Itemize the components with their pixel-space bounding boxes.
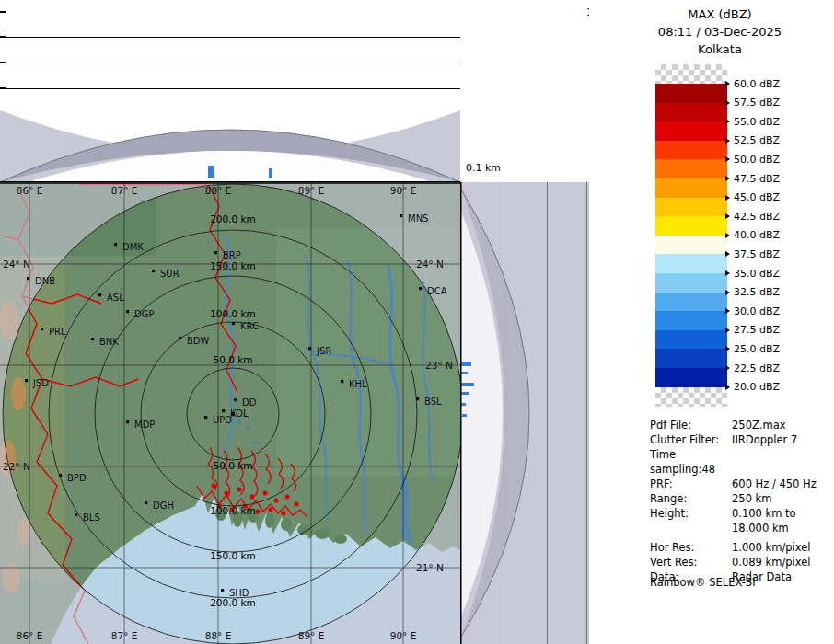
tick-marker-icon (725, 346, 730, 351)
tick-marker-icon (725, 251, 730, 257)
legend-threshold-label: 50.0 dBZ (734, 154, 780, 166)
info-value: 600 Hz / 450 Hz (732, 477, 830, 491)
legend-threshold-label: 32.5 dBZ (734, 286, 780, 298)
city-dot (416, 397, 419, 400)
city-label: SHD (229, 588, 249, 598)
software-credit: Rainbow® SELEX-SI (650, 576, 756, 589)
info-row: Time sampling:48 (650, 447, 830, 477)
legend-threshold-label: 45.0 dBZ (734, 191, 780, 203)
longitude-label: 88° E (205, 185, 232, 196)
city-dot (41, 328, 43, 330)
tick-marker-icon (725, 176, 730, 181)
legend-label-row: 27.5 dBZ (725, 323, 780, 338)
title-block: MAX (dBZ) 08:11 / 03-Dec-2025 Kolkata (609, 6, 830, 58)
city-dot (419, 287, 422, 290)
city-label: JSD (32, 378, 49, 388)
info-value: 18.000 km (732, 521, 830, 535)
reflectivity-legend: 60.0 dBZ57.5 dBZ55.0 dBZ52.5 dBZ50.0 dBZ… (655, 64, 830, 408)
info-value: 250 km (732, 491, 830, 506)
city-dot (59, 474, 62, 477)
tick-marker-icon (725, 81, 730, 86)
info-label: Clutter Filter: (650, 432, 732, 447)
info-value: IIRDoppler 7 (732, 432, 830, 447)
legend-label-row: 60.0 dBZ (725, 76, 780, 91)
range-ring-label: 150.0 km (210, 550, 256, 561)
range-ring-label: 150.0 km (210, 260, 256, 271)
longitude-label: 90° E (390, 630, 417, 641)
city-label: DGP (134, 309, 154, 319)
city-label: JSR (316, 346, 331, 356)
city-dot (126, 310, 129, 313)
city-dot (75, 513, 77, 516)
latitude-label: 24° N (3, 259, 30, 270)
city-label: DCA (427, 286, 447, 296)
legend-label-row: 20.0 dBZ (725, 380, 780, 395)
info-label: Height: (650, 506, 732, 521)
vertical-projection-right-panel (460, 182, 589, 644)
tick-marker-icon (725, 100, 730, 106)
legend-color-cell (655, 178, 727, 198)
tick-marker-icon (725, 138, 730, 144)
info-label: Hor Res: (650, 540, 732, 555)
legend-threshold-label: 30.0 dBZ (734, 305, 780, 317)
legend-threshold-label: 60.0 dBZ (734, 78, 780, 90)
city-label: BPD (67, 473, 87, 483)
city-dot (145, 501, 147, 504)
legend-threshold-label: 27.5 dBZ (734, 324, 780, 336)
right-panel-canvas (460, 182, 589, 644)
city-dot (204, 416, 207, 419)
legend-color-cell (655, 103, 727, 122)
legend-color-cell (655, 254, 727, 273)
range-ring-label: 50.0 km (213, 460, 252, 471)
info-label: Pdf File: (650, 418, 732, 432)
range-ring-label: 100.0 km (210, 308, 256, 319)
city-label: MDP (134, 420, 155, 430)
legend-color-cell (655, 330, 727, 350)
city-label: BLS (83, 512, 100, 523)
legend-threshold-label: 42.5 dBZ (734, 211, 780, 223)
info-label: PRF: (650, 477, 732, 491)
legend-label-row: 35.0 dBZ (725, 266, 780, 281)
city-dot (126, 420, 129, 423)
product-info-list: Pdf File:250Z.maxClutter Filter:IIRDoppl… (650, 418, 830, 584)
longitude-label: 87° E (111, 185, 138, 196)
legend-threshold-label: 47.5 dBZ (734, 173, 780, 185)
tick-marker-icon (725, 270, 730, 276)
legend-color-cell (655, 198, 727, 217)
info-row: Clutter Filter:IIRDoppler 7 (650, 432, 830, 447)
tick-marker-icon (725, 213, 730, 219)
legend-color-cell (655, 293, 727, 312)
legend-label-row: 52.5 dBZ (725, 133, 780, 148)
legend-color-cell (655, 311, 727, 330)
city-label: BDW (187, 336, 210, 346)
legend-threshold-label: 35.0 dBZ (734, 268, 780, 280)
tick-marker-icon (725, 290, 730, 295)
latitude-label: 21° N (416, 562, 444, 573)
city-dot (98, 293, 101, 296)
legend-threshold-label: 25.0 dBZ (734, 343, 780, 355)
longitude-label: 88° E (205, 630, 232, 641)
radar-map-panel: 86° E87° E88° E89° E90° E 86° E87° E88° … (0, 182, 460, 644)
radar-viewer-screen: 86° E87° E88° E89° E90° E 86° E87° E88° … (0, 0, 834, 644)
city-label: DMK (122, 242, 144, 252)
legend-label-row: 40.0 dBZ (725, 228, 780, 243)
range-ring-label: 100.0 km (210, 505, 256, 516)
longitude-label: 86° E (17, 185, 43, 196)
legend-color-stack (655, 64, 727, 407)
info-row: Vert Res:0.089 km/pixel (650, 555, 830, 569)
info-row: Range:250 km (650, 491, 830, 506)
legend-label-row: 25.0 dBZ (725, 341, 780, 356)
city-dot (152, 270, 155, 272)
city-dot (25, 379, 28, 382)
legend-label-row: 30.0 dBZ (725, 304, 780, 318)
top-panel-canvas (0, 0, 460, 182)
legend-label-row: 37.5 dBZ (725, 247, 780, 261)
legend-threshold-label: 20.0 dBZ (734, 381, 780, 393)
city-label: DNB (35, 276, 55, 286)
longitude-label: 89° E (298, 630, 325, 641)
info-row: 18.000 km (650, 521, 830, 535)
legend-color-cell (655, 141, 727, 160)
range-ring-label: 200.0 km (210, 597, 256, 608)
info-row: Hor Res:1.000 km/pixel (650, 540, 830, 555)
city-dot (114, 243, 117, 246)
